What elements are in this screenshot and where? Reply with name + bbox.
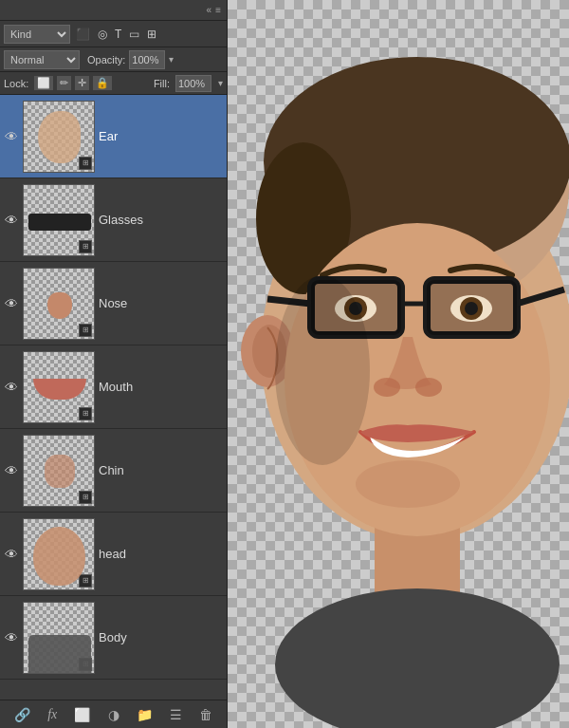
eye-visibility-chin[interactable]: 👁 [4, 464, 19, 477]
layer-thumb-body: ⊞ [23, 602, 95, 674]
layer-badge-head: ⊞ [79, 574, 92, 588]
link-layers-icon[interactable]: 🔗 [10, 705, 34, 724]
fill-label: Fill: [154, 78, 170, 89]
lock-row: Lock: ⬜ ✏ ✛ 🔒 Fill: ▾ [0, 72, 227, 95]
layer-item-glasses[interactable]: 👁⊞Glasses [0, 178, 227, 262]
layer-name-mouth: Mouth [99, 380, 223, 394]
layer-item-mouth[interactable]: 👁⊞Mouth [0, 345, 227, 429]
smart-icon[interactable]: ⊞ [145, 27, 158, 42]
svg-point-24 [356, 460, 460, 508]
opacity-label: Opacity: [87, 54, 125, 65]
blend-mode-select[interactable]: Normal [4, 50, 80, 69]
eye-visibility-ear[interactable]: 👁 [4, 130, 19, 143]
layer-kind-select[interactable]: Kind [4, 25, 70, 44]
layer-list: 👁⊞Ear👁⊞Glasses👁⊞Nose👁⊞Mouth👁⊞Chin👁⊞head👁… [0, 95, 227, 700]
lock-all-icon[interactable]: 🔒 [93, 76, 112, 90]
new-layer-icon[interactable]: ☰ [166, 705, 186, 724]
layer-thumb-chin: ⊞ [23, 435, 95, 507]
type-icon[interactable]: T [113, 27, 123, 42]
eye-visibility-mouth[interactable]: 👁 [4, 381, 19, 394]
layer-thumb-glasses: ⊞ [23, 184, 95, 256]
layer-thumb-nose: ⊞ [23, 268, 95, 340]
panel-header: « ≡ [0, 0, 227, 21]
fill-input[interactable] [175, 75, 211, 92]
bottom-toolbar: 🔗 fx ⬜ ◑ 📁 ☰ 🗑 [0, 700, 227, 728]
fill-arrow-icon[interactable]: ▾ [218, 78, 223, 88]
lock-icons: ⬜ ✏ ✛ 🔒 [34, 76, 112, 90]
layer-item-head[interactable]: 👁⊞head [0, 513, 227, 596]
svg-point-22 [374, 378, 400, 397]
eye-visibility-nose[interactable]: 👁 [4, 297, 19, 310]
layer-badge-chin: ⊞ [79, 491, 92, 504]
layer-badge-glasses: ⊞ [79, 240, 92, 253]
layer-item-chin[interactable]: 👁⊞Chin [0, 429, 227, 513]
adjustment-icon[interactable]: ◎ [96, 27, 109, 42]
opacity-arrow-icon[interactable]: ▾ [169, 54, 174, 65]
opacity-input[interactable] [129, 50, 165, 69]
layer-effects-icon[interactable]: fx [44, 705, 61, 724]
layer-name-body: Body [99, 630, 223, 644]
pixel-icon[interactable]: ⬛ [74, 27, 92, 42]
eye-visibility-body[interactable]: 👁 [4, 631, 19, 644]
layer-thumb-head: ⊞ [23, 518, 95, 590]
svg-point-23 [415, 378, 442, 397]
layer-thumb-ear: ⊞ [23, 101, 95, 173]
layer-item-nose[interactable]: 👁⊞Nose [0, 262, 227, 345]
panel-collapse-icon[interactable]: « [207, 5, 212, 15]
lock-label: Lock: [4, 78, 28, 89]
layer-item-body[interactable]: 👁⊞Body [0, 596, 227, 680]
layer-item-ear[interactable]: 👁⊞Ear [0, 95, 227, 178]
blend-opacity-row: Normal Opacity: ▾ [0, 47, 227, 72]
layers-panel: « ≡ Kind ⬛ ◎ T ▭ ⊞ Normal Opacity: ▾ Loc… [0, 0, 228, 728]
layer-badge-mouth: ⊞ [79, 407, 92, 420]
layer-name-ear: Ear [99, 129, 223, 143]
layer-name-glasses: Glasses [99, 213, 223, 227]
lock-image-icon[interactable]: ✏ [57, 76, 71, 90]
svg-point-21 [465, 302, 478, 315]
layer-badge-body: ⊞ [79, 658, 92, 671]
layer-badge-nose: ⊞ [79, 324, 92, 337]
layer-thumb-mouth: ⊞ [23, 351, 95, 423]
face-image [228, 0, 569, 728]
layer-name-nose: Nose [99, 296, 223, 310]
layer-name-chin: Chin [99, 463, 223, 477]
layer-mask-icon[interactable]: ⬜ [70, 705, 94, 724]
layer-name-head: head [99, 547, 223, 561]
svg-point-5 [275, 588, 560, 728]
eye-visibility-head[interactable]: 👁 [4, 548, 19, 561]
new-group-icon[interactable]: 📁 [133, 705, 156, 724]
panel-header-icons: « ≡ [207, 5, 221, 15]
lock-position-icon[interactable]: ✛ [75, 76, 89, 90]
layer-badge-ear: ⊞ [79, 157, 92, 170]
svg-point-25 [275, 275, 370, 465]
eye-visibility-glasses[interactable]: 👁 [4, 214, 19, 227]
layer-kind-toolbar: Kind ⬛ ◎ T ▭ ⊞ [0, 21, 227, 47]
adjustment-layer-icon[interactable]: ◑ [104, 705, 123, 724]
panel-menu-icon[interactable]: ≡ [215, 5, 221, 15]
lock-pixels-icon[interactable]: ⬜ [34, 76, 53, 90]
delete-layer-icon[interactable]: 🗑 [195, 705, 216, 724]
shape-icon[interactable]: ▭ [127, 27, 141, 42]
face-canvas-area [228, 0, 569, 728]
